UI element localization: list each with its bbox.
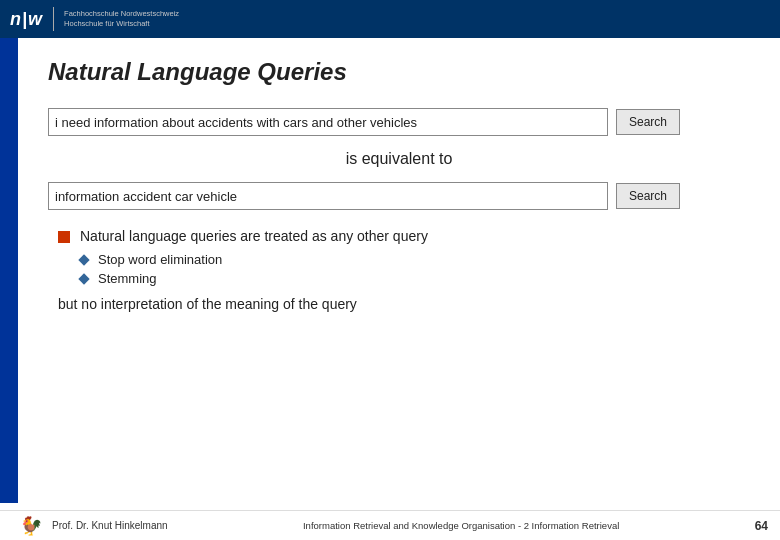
header-divider bbox=[53, 7, 54, 31]
main-content: Natural Language Queries i need informat… bbox=[18, 38, 780, 510]
rooster-icon: 🐓 bbox=[20, 515, 42, 537]
footer-center-text: Information Retrieval and Knowledge Orga… bbox=[178, 520, 745, 531]
but-text: but no interpretation of the meaning of … bbox=[58, 296, 750, 312]
search-row-1: i need information about accidents with … bbox=[48, 108, 750, 136]
main-bullet-item: Natural language queries are treated as … bbox=[58, 228, 750, 244]
footer: 🐓 Prof. Dr. Knut Hinkelmann Information … bbox=[0, 510, 780, 540]
bullet-square-icon bbox=[58, 231, 70, 243]
header-logo: n|w bbox=[10, 9, 43, 30]
footer-left: 🐓 Prof. Dr. Knut Hinkelmann bbox=[20, 515, 168, 537]
sub-bullet-text-1: Stop word elimination bbox=[98, 252, 222, 267]
sub-bullet-item-2: Stemming bbox=[80, 271, 750, 286]
header-bar: n|w Fachhochschule Nordwestschweiz Hochs… bbox=[0, 0, 780, 38]
bullet-section: Natural language queries are treated as … bbox=[58, 228, 750, 286]
sub-bullet-diamond-icon-2 bbox=[78, 273, 89, 284]
equivalent-text: is equivalent to bbox=[48, 150, 750, 168]
search-input-2[interactable]: information accident car vehicle bbox=[48, 182, 608, 210]
sub-bullet-text-2: Stemming bbox=[98, 271, 157, 286]
search-input-1-value: i need information about accidents with … bbox=[55, 115, 417, 130]
search-input-2-value: information accident car vehicle bbox=[55, 189, 237, 204]
main-bullet-text: Natural language queries are treated as … bbox=[80, 228, 428, 244]
search-input-1[interactable]: i need information about accidents with … bbox=[48, 108, 608, 136]
search-button-1[interactable]: Search bbox=[616, 109, 680, 135]
sub-bullet-diamond-icon-1 bbox=[78, 254, 89, 265]
footer-page-number: 64 bbox=[755, 519, 768, 533]
header-school-line1: Fachhochschule Nordwestschweiz bbox=[64, 9, 179, 19]
sub-bullets-list: Stop word elimination Stemming bbox=[80, 252, 750, 286]
left-accent-bar bbox=[0, 38, 18, 503]
footer-prof-name: Prof. Dr. Knut Hinkelmann bbox=[52, 520, 168, 531]
sub-bullet-item-1: Stop word elimination bbox=[80, 252, 750, 267]
header-school-line2: Hochschule für Wirtschaft bbox=[64, 19, 179, 29]
search-button-2[interactable]: Search bbox=[616, 183, 680, 209]
header-school-info: Fachhochschule Nordwestschweiz Hochschul… bbox=[64, 9, 179, 29]
page-title: Natural Language Queries bbox=[48, 58, 750, 86]
search-row-2: information accident car vehicle Search bbox=[48, 182, 750, 210]
